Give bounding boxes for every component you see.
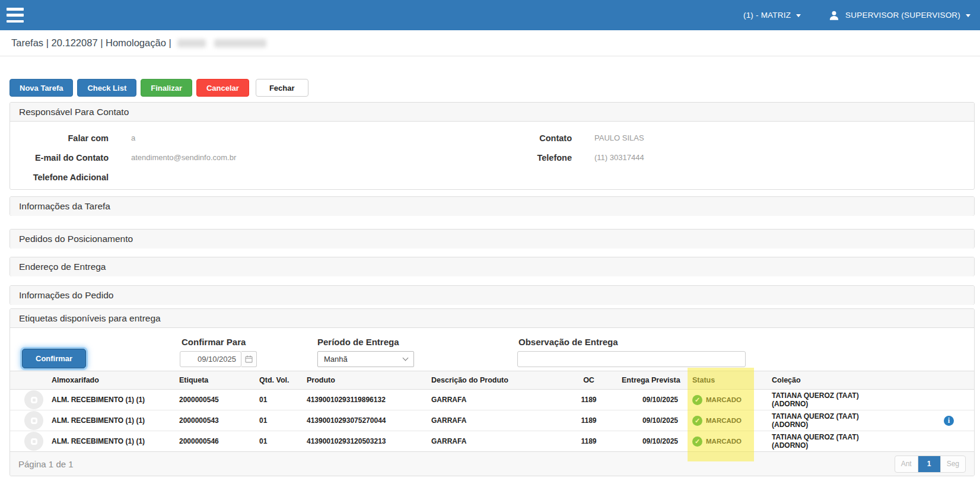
cell-status: ✓ MARCADO bbox=[688, 410, 754, 431]
cell-etiqueta: 2000000545 bbox=[172, 390, 252, 410]
calendar-icon[interactable] bbox=[241, 351, 257, 367]
col-qtd-vol: Qtd. Vol. bbox=[252, 371, 300, 390]
check-circle-icon: ✓ bbox=[692, 437, 702, 447]
cell-colecao: TATIANA QUEROZ (TAAT)(ADORNO) bbox=[754, 390, 884, 410]
table-row: ALM. RECEBIMENTO (1) (1) 2000000546 01 4… bbox=[10, 431, 974, 452]
status-badge: MARCADO bbox=[706, 417, 742, 424]
cell-etiqueta: 2000000543 bbox=[172, 410, 252, 431]
cell-produto: 41390010293120503213 bbox=[300, 431, 424, 452]
panel-informacoes-pedido: Informações do Pedido bbox=[9, 285, 975, 305]
panel-etiquetas-entrega: Etiquetas disponíveis para entrega Confi… bbox=[9, 308, 975, 476]
cell-almoxarifado: ALM. RECEBIMENTO (1) (1) bbox=[44, 390, 172, 410]
info-icon[interactable]: i bbox=[944, 416, 954, 426]
telefone-value: (11) 30317444 bbox=[572, 153, 974, 162]
cell-produto: 41390010293119896132 bbox=[300, 390, 424, 410]
col-etiqueta: Etiqueta bbox=[172, 371, 252, 390]
col-oc: OC bbox=[561, 371, 617, 390]
periodo-entrega-label: Período de Entrega bbox=[317, 337, 399, 347]
company-selector-label: (1) - MATRIZ bbox=[743, 11, 791, 20]
table-row: ALM. RECEBIMENTO (1) (1) 2000000545 01 4… bbox=[10, 390, 974, 410]
pagination-prev-button[interactable]: Ant bbox=[895, 456, 918, 472]
chevron-down-icon bbox=[796, 14, 801, 17]
table-header-row: Almoxarifado Etiqueta Qtd. Vol. Produto … bbox=[10, 371, 974, 390]
cell-colecao: TATIANA QUEROZ (TAAT)(ADORNO) bbox=[754, 410, 884, 431]
check-list-button[interactable]: Check List bbox=[77, 79, 136, 97]
periodo-entrega-select[interactable]: Manhã bbox=[317, 351, 414, 367]
periodo-entrega-value: Manhã bbox=[324, 355, 348, 364]
finalizar-button[interactable]: Finalizar bbox=[141, 79, 192, 97]
col-info bbox=[884, 371, 974, 390]
action-toolbar: Nova Tarefa Check List Finalizar Cancela… bbox=[9, 79, 308, 97]
pagination-next-button[interactable]: Seg bbox=[940, 456, 965, 472]
panel-informacoes-tarefa: Informações da Tarefa bbox=[9, 196, 975, 216]
row-marker-button[interactable] bbox=[24, 390, 43, 409]
panel-header-responsavel[interactable]: Responsável Para Contato bbox=[10, 103, 974, 122]
fechar-button[interactable]: Fechar bbox=[256, 79, 308, 97]
cell-qtd-vol: 01 bbox=[252, 431, 300, 452]
etiquetas-table: Almoxarifado Etiqueta Qtd. Vol. Produto … bbox=[10, 371, 974, 452]
cell-status: ✓ MARCADO bbox=[688, 390, 754, 410]
cell-produto: 41390010293075270044 bbox=[300, 410, 424, 431]
confirmar-button[interactable]: Confirmar bbox=[22, 349, 86, 368]
table-footer: Página 1 de 1 Ant 1 Seg bbox=[10, 451, 974, 476]
cell-entrega-prevista: 09/10/2025 bbox=[617, 431, 688, 452]
user-menu-label: SUPERVISOR (SUPERVISOR) bbox=[845, 11, 960, 20]
breadcrumb-redacted bbox=[214, 39, 266, 47]
check-circle-icon: ✓ bbox=[692, 416, 702, 426]
user-menu[interactable]: SUPERVISOR (SUPERVISOR) bbox=[828, 9, 971, 21]
panel-responsavel-contato: Responsável Para Contato Falar com a Con… bbox=[9, 102, 975, 190]
email-contato-label: E-mail do Contato bbox=[10, 153, 109, 163]
cell-entrega-prevista: 09/10/2025 bbox=[617, 410, 688, 431]
cell-almoxarifado: ALM. RECEBIMENTO (1) (1) bbox=[44, 410, 172, 431]
col-colecao: Coleção bbox=[754, 371, 884, 390]
menu-hamburger-icon[interactable] bbox=[7, 8, 24, 23]
cell-colecao: TATIANA QUEROZ (TAAT)(ADORNO) bbox=[754, 431, 884, 452]
chevron-down-icon bbox=[403, 355, 409, 361]
pagination: Ant 1 Seg bbox=[895, 455, 966, 473]
cell-entrega-prevista: 09/10/2025 bbox=[617, 390, 688, 410]
falar-com-value: a bbox=[109, 133, 455, 142]
telefone-adicional-label: Telefone Adicional bbox=[10, 173, 109, 182]
cancelar-button[interactable]: Cancelar bbox=[196, 79, 249, 97]
cell-descricao: GARRAFA bbox=[424, 390, 561, 410]
breadcrumb-redacted bbox=[177, 39, 206, 47]
panel-header-informacoes-pedido[interactable]: Informações do Pedido bbox=[10, 286, 974, 305]
cell-descricao: GARRAFA bbox=[424, 431, 561, 452]
panel-endereco-entrega: Endereço de Entrega bbox=[9, 257, 975, 276]
cell-status: ✓ MARCADO bbox=[688, 431, 754, 452]
page-summary: Página 1 de 1 bbox=[18, 459, 74, 469]
cell-qtd-vol: 01 bbox=[252, 390, 300, 410]
table-row: ALM. RECEBIMENTO (1) (1) 2000000543 01 4… bbox=[10, 410, 974, 431]
panel-header-etiquetas[interactable]: Etiquetas disponíveis para entrega bbox=[10, 309, 974, 328]
col-almoxarifado: Almoxarifado bbox=[44, 371, 172, 390]
cell-etiqueta: 2000000546 bbox=[172, 431, 252, 452]
telefone-label: Telefone bbox=[455, 153, 572, 163]
confirmar-para-date-input[interactable] bbox=[180, 351, 241, 367]
company-selector[interactable]: (1) - MATRIZ bbox=[743, 11, 801, 20]
panel-header-informacoes-tarefa[interactable]: Informações da Tarefa bbox=[10, 197, 974, 216]
chevron-down-icon bbox=[966, 14, 971, 17]
pagination-page-1-button[interactable]: 1 bbox=[918, 456, 940, 472]
contact-form: Falar com a Contato PAULO SILAS E-mail d… bbox=[10, 122, 974, 187]
top-navigation-bar: (1) - MATRIZ SUPERVISOR (SUPERVISOR) bbox=[0, 0, 980, 30]
panel-pedidos-posicionamento: Pedidos do Posicionamento bbox=[9, 229, 975, 249]
falar-com-label: Falar com bbox=[10, 133, 109, 143]
contato-label: Contato bbox=[455, 133, 572, 143]
cell-qtd-vol: 01 bbox=[252, 410, 300, 431]
cell-oc: 1189 bbox=[561, 410, 617, 431]
status-badge: MARCADO bbox=[706, 396, 742, 403]
col-status: Status bbox=[688, 371, 754, 390]
user-icon bbox=[828, 9, 840, 21]
observacao-entrega-label: Observação de Entrega bbox=[518, 337, 618, 347]
row-marker-button[interactable] bbox=[24, 411, 43, 430]
status-badge: MARCADO bbox=[706, 438, 742, 445]
check-circle-icon: ✓ bbox=[692, 395, 702, 405]
nova-tarefa-button[interactable]: Nova Tarefa bbox=[9, 79, 73, 97]
col-descricao-produto: Descrição do Produto bbox=[424, 371, 561, 390]
panel-header-endereco-entrega[interactable]: Endereço de Entrega bbox=[10, 257, 974, 276]
row-marker-button[interactable] bbox=[24, 432, 43, 451]
observacao-entrega-input[interactable] bbox=[517, 351, 746, 367]
col-row-action bbox=[10, 371, 44, 390]
confirmar-para-label: Confirmar Para bbox=[182, 337, 246, 347]
panel-header-pedidos-posicionamento[interactable]: Pedidos do Posicionamento bbox=[10, 230, 974, 249]
